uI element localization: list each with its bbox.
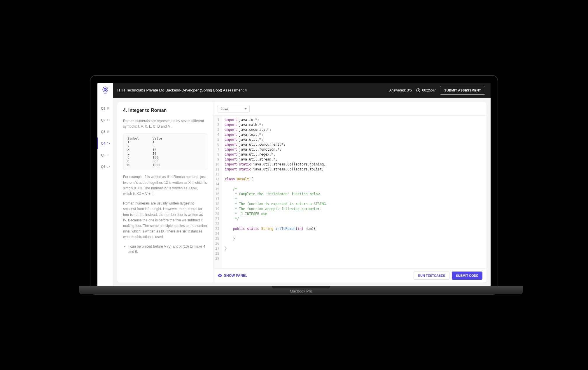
timer: 00:25:47 [416, 88, 436, 93]
question-nav-q4[interactable]: Q4 [97, 138, 113, 149]
svg-point-3 [105, 89, 106, 90]
answered-count: Answered: 3/6 [389, 88, 412, 92]
list-icon [106, 130, 110, 133]
content-card: 4. Integer to Roman Roman numerals are r… [117, 102, 487, 283]
code-icon [106, 118, 110, 122]
assessment-title: HTH Technolabs Private Ltd Backend-Devel… [117, 88, 389, 92]
code-footer: SHOW PANEL RUN TESTCASES SUBMIT CODE [214, 268, 487, 283]
question-nav-q2[interactable]: Q2 [97, 114, 113, 126]
problem-bullet: I can be placed before V (5) and X (10) … [128, 244, 207, 254]
question-nav-label: Q4 [101, 142, 105, 145]
question-nav-label: Q1 [101, 107, 105, 110]
topbar: HTH Technolabs Private Ltd Backend-Devel… [97, 83, 491, 98]
logo [97, 83, 113, 98]
question-nav-q5[interactable]: Q5 [97, 149, 113, 161]
main-content: 4. Integer to Roman Roman numerals are r… [113, 98, 491, 287]
run-testcases-button[interactable]: RUN TESTCASES [414, 272, 449, 280]
submit-assessment-button[interactable]: SUBMIT ASSESSMENT [440, 86, 485, 95]
clock-icon [416, 88, 421, 93]
question-nav-label: Q2 [101, 118, 105, 122]
problem-para2: For example, 2 is written as II in Roman… [123, 174, 207, 197]
question-nav-q6[interactable]: Q6 [97, 161, 113, 172]
list-icon [106, 153, 110, 157]
body-area: Q1Q2Q3Q4Q5Q6 4. Integer to Roman Roman n… [97, 98, 491, 287]
laptop-frame: HTH Technolabs Private Ltd Backend-Devel… [90, 75, 498, 295]
question-nav-label: Q5 [101, 153, 105, 157]
show-panel-label: SHOW PANEL [224, 274, 247, 278]
code-icon [106, 165, 110, 168]
code-toolbar: Java [214, 102, 487, 116]
code-lines[interactable]: import java.io.*;import java.math.*;impo… [222, 116, 487, 268]
problem-intro: Roman numerals are represented by seven … [123, 118, 207, 129]
problem-bullets: I can be placed before V (5) and X (10) … [123, 244, 207, 254]
eye-icon [218, 273, 222, 278]
problem-panel[interactable]: 4. Integer to Roman Roman numerals are r… [117, 102, 214, 283]
problem-para3: Roman numerals are usually written large… [123, 201, 207, 240]
svg-point-4 [106, 89, 106, 90]
question-nav-label: Q3 [101, 130, 105, 133]
submit-code-button[interactable]: SUBMIT CODE [452, 272, 482, 280]
language-select[interactable]: Java [218, 105, 250, 112]
question-nav-q3[interactable]: Q3 [97, 126, 113, 138]
laptop-base: Macbook Pro [79, 286, 523, 294]
code-editor[interactable]: 1234567891011121314151617181920212223242… [214, 116, 487, 268]
question-sidebar: Q1Q2Q3Q4Q5Q6 [97, 98, 113, 287]
svg-point-2 [104, 89, 105, 90]
show-panel-button[interactable]: SHOW PANEL [218, 273, 247, 278]
screen: HTH Technolabs Private Ltd Backend-Devel… [97, 83, 491, 287]
question-nav-q1[interactable]: Q1 [97, 103, 113, 114]
symbol-table: Symbol Value I 1 V 5 X 10 L 50 C 100 D 5… [123, 133, 207, 170]
question-nav-label: Q6 [101, 165, 105, 168]
timer-value: 00:25:47 [422, 88, 436, 92]
bulb-chat-icon [101, 86, 110, 95]
code-panel: Java 12345678910111213141516171819202122… [214, 102, 487, 283]
problem-title: 4. Integer to Roman [123, 108, 207, 113]
code-icon [106, 142, 110, 145]
line-gutter: 1234567891011121314151617181920212223242… [214, 116, 222, 268]
list-icon [106, 107, 110, 110]
device-label: Macbook Pro [290, 289, 312, 293]
